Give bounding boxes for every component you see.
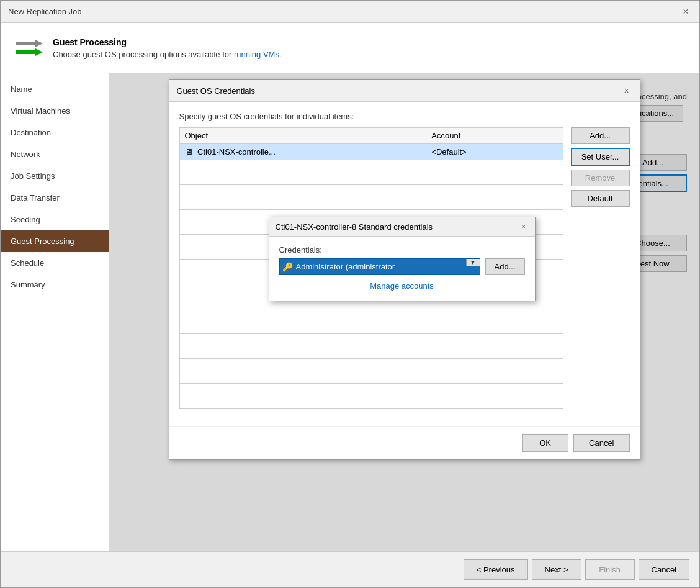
empty-row-2	[179, 185, 563, 210]
main-window: New Replication Job × Guest Processing C…	[0, 0, 700, 588]
std-credentials-titlebar: Ctl01-NSX-controller-8 Standard credenti…	[269, 217, 535, 237]
header-title: Guest Processing	[53, 37, 282, 47]
credentials-dialog-close[interactable]: ×	[621, 85, 632, 96]
svg-rect-0	[16, 42, 35, 45]
main-cancel-button[interactable]: Cancel	[639, 559, 689, 580]
sidebar-item-destination[interactable]: Destination	[1, 122, 109, 143]
header-text: Guest Processing Choose guest OS process…	[53, 37, 282, 59]
std-credentials-label: Credentials:	[279, 245, 525, 255]
manage-accounts-link[interactable]: Manage accounts	[279, 281, 525, 291]
col-empty	[537, 128, 563, 144]
col-account: Account	[426, 128, 537, 144]
finish-button: Finish	[585, 559, 635, 580]
add-button[interactable]: Add...	[571, 127, 630, 144]
row-extra	[537, 144, 563, 160]
sidebar-item-name[interactable]: Name	[1, 78, 109, 100]
next-button[interactable]: Next >	[532, 559, 581, 580]
replication-icon	[13, 33, 43, 63]
credentials-action-buttons: Add... Set User... Remove Default	[571, 127, 630, 416]
title-bar: New Replication Job ×	[1, 1, 699, 23]
sidebar-item-virtual-machines[interactable]: Virtual Machines	[1, 100, 109, 122]
remove-button: Remove	[571, 170, 630, 186]
sidebar-item-summary[interactable]: Summary	[1, 274, 109, 296]
empty-row-9	[179, 359, 563, 384]
window-close-icon[interactable]: ×	[680, 6, 692, 18]
sidebar-item-schedule[interactable]: Schedule	[1, 252, 109, 274]
empty-row-1	[179, 160, 563, 185]
previous-button[interactable]: < Previous	[464, 559, 528, 580]
empty-row-10	[179, 384, 563, 409]
credentials-dialog-subtitle: Specify guest OS credentials for individ…	[179, 112, 630, 121]
sidebar-item-job-settings[interactable]: Job Settings	[1, 165, 109, 187]
set-user-button[interactable]: Set User...	[571, 148, 630, 166]
svg-marker-1	[35, 40, 43, 47]
credentials-dialog-title: Guest OS Credentials	[177, 86, 255, 96]
header-description: Choose guest OS processing options avail…	[53, 50, 282, 59]
window-title: New Replication Job	[8, 7, 82, 16]
credentials-dialog-bottom: OK Cancel	[169, 426, 640, 459]
std-credentials-body: Credentials: 🔑 Administrator (administra…	[269, 237, 535, 301]
modal-overlay: Guest OS Credentials × Specify guest OS …	[109, 73, 699, 551]
selected-credential: Administrator (administrator	[294, 259, 466, 274]
content-area: Name Virtual Machines Destination Networ…	[1, 73, 699, 551]
ok-button[interactable]: OK	[522, 434, 568, 452]
sidebar-item-network[interactable]: Network	[1, 143, 109, 165]
sidebar-item-seeding[interactable]: Seeding	[1, 209, 109, 230]
empty-row-8	[179, 334, 563, 359]
std-credentials-row: 🔑 Administrator (administrator ▼ Add...	[279, 258, 525, 275]
credentials-dropdown[interactable]: 🔑 Administrator (administrator ▼	[279, 258, 480, 275]
header-link[interactable]: running VMs	[234, 50, 279, 59]
row-account: <Default>	[426, 144, 537, 160]
vm-icon: 🖥	[185, 147, 193, 156]
std-credentials-dialog: Ctl01-NSX-controller-8 Standard credenti…	[269, 217, 536, 301]
main-content: ogs processing, and Applications... unts…	[109, 73, 699, 551]
row-object: 🖥 Ctl01-NSX-controlle...	[179, 144, 426, 160]
table-row[interactable]: 🖥 Ctl01-NSX-controlle... <Default>	[179, 144, 563, 160]
credentials-dialog-titlebar: Guest OS Credentials ×	[169, 80, 640, 102]
std-add-button[interactable]: Add...	[485, 258, 525, 275]
default-button[interactable]: Default	[571, 190, 630, 207]
empty-row-7	[179, 309, 563, 334]
col-object: Object	[179, 128, 426, 144]
sidebar-item-guest-processing[interactable]: Guest Processing	[1, 230, 109, 252]
dropdown-arrow-icon[interactable]: ▼	[466, 259, 480, 266]
std-credentials-title: Ctl01-NSX-controller-8 Standard credenti…	[276, 222, 433, 232]
credentials-dialog: Guest OS Credentials × Specify guest OS …	[169, 79, 640, 460]
header: Guest Processing Choose guest OS process…	[1, 23, 699, 73]
cancel-button[interactable]: Cancel	[573, 434, 629, 452]
credential-icon: 🔑	[280, 262, 294, 272]
sidebar-item-data-transfer[interactable]: Data Transfer	[1, 187, 109, 209]
header-icon	[13, 33, 43, 63]
std-credentials-close[interactable]: ×	[519, 222, 529, 232]
svg-marker-3	[35, 48, 43, 56]
sidebar: Name Virtual Machines Destination Networ…	[1, 73, 109, 551]
bottom-bar: < Previous Next > Finish Cancel	[1, 551, 699, 587]
svg-rect-2	[16, 50, 35, 54]
